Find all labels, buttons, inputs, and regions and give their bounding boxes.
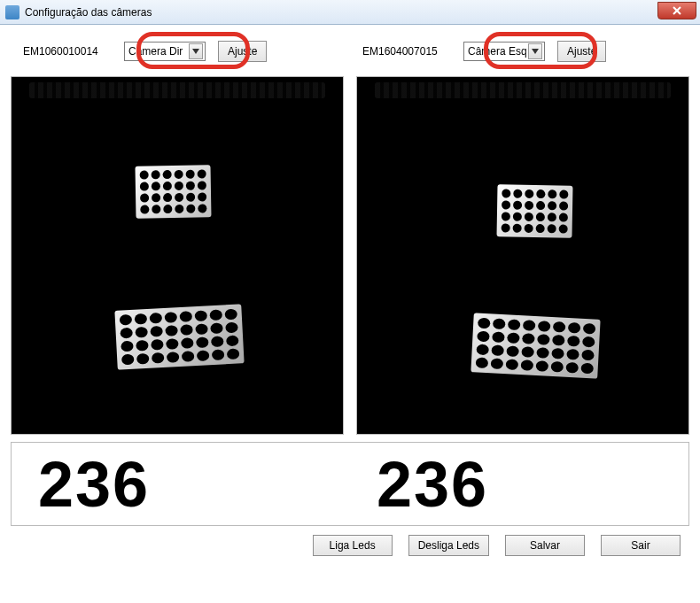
chevron-down-icon: [528, 43, 542, 59]
sair-button[interactable]: Sair: [601, 535, 681, 556]
left-camera-id: EM1060010014: [23, 45, 112, 58]
right-target-top: [496, 184, 572, 237]
left-camera-view: [11, 76, 344, 435]
left-target-bottom: [114, 304, 244, 369]
liga-leds-button[interactable]: Liga Leds: [313, 535, 393, 556]
window-title: Configuração das câmeras: [25, 6, 152, 19]
right-adjust-button[interactable]: Ajuste: [557, 41, 606, 62]
app-icon: [5, 5, 19, 19]
camera-views-row: [11, 76, 689, 435]
left-artifact: [29, 82, 325, 98]
left-target-top: [135, 165, 211, 218]
salvar-button[interactable]: Salvar: [505, 535, 585, 556]
right-camera-select[interactable]: Câmera Esq: [463, 42, 545, 61]
right-camera-id: EM1604007015: [362, 45, 451, 58]
right-value: 236: [350, 448, 688, 521]
right-target-bottom: [471, 313, 600, 378]
right-controls: EM1604007015 Câmera Esq Ajuste: [350, 41, 689, 62]
left-value: 236: [12, 448, 350, 521]
left-camera-select-value: Câmera Dir: [128, 45, 187, 58]
right-camera-view: [356, 76, 689, 435]
close-icon: [672, 6, 682, 15]
controls-row: EM1060010014 Câmera Dir Ajuste EM1604007…: [11, 41, 689, 62]
close-button[interactable]: [657, 2, 696, 19]
left-controls: EM1060010014 Câmera Dir Ajuste: [11, 41, 350, 62]
desliga-leds-button[interactable]: Desliga Leds: [408, 535, 489, 556]
titlebar: Configuração das câmeras: [0, 0, 700, 25]
left-camera-select[interactable]: Câmera Dir: [124, 42, 206, 61]
values-row: 236 236: [11, 442, 689, 526]
right-artifact: [375, 82, 671, 98]
left-adjust-button[interactable]: Ajuste: [218, 41, 267, 62]
chevron-down-icon: [189, 43, 203, 59]
bottom-buttons: Liga Leds Desliga Leds Salvar Sair: [11, 535, 689, 556]
right-camera-select-value: Câmera Esq: [468, 45, 526, 58]
content-area: EM1060010014 Câmera Dir Ajuste EM1604007…: [0, 25, 700, 603]
